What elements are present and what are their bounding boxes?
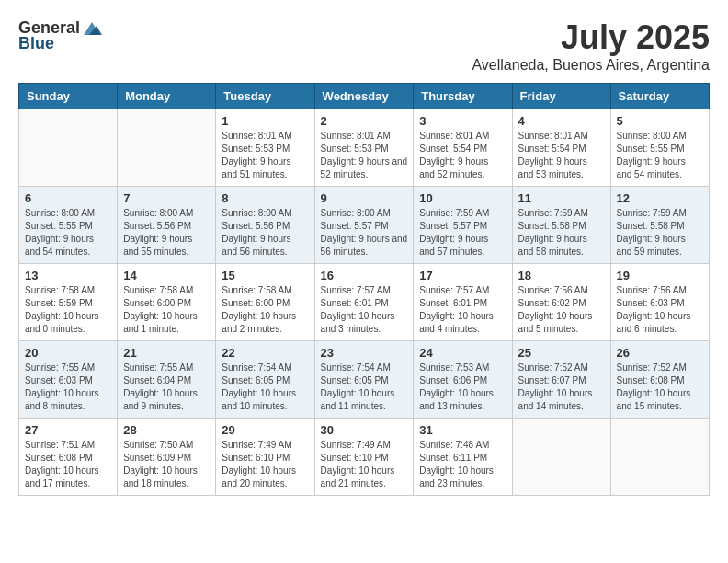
day-number: 24 — [419, 346, 506, 360]
day-number: 3 — [419, 114, 506, 128]
day-info: Sunrise: 7:54 AMSunset: 6:05 PMDaylight:… — [321, 362, 408, 413]
day-info: Sunrise: 7:48 AMSunset: 6:11 PMDaylight:… — [419, 439, 506, 490]
calendar-cell: 4Sunrise: 8:01 AMSunset: 5:54 PMDaylight… — [512, 109, 610, 187]
day-number: 14 — [123, 269, 210, 282]
day-number: 28 — [123, 423, 210, 437]
calendar-cell: 22Sunrise: 7:54 AMSunset: 6:05 PMDayligh… — [216, 341, 314, 419]
calendar-cell: 25Sunrise: 7:52 AMSunset: 6:07 PMDayligh… — [512, 341, 610, 419]
weekday-header-monday: Monday — [118, 84, 216, 109]
day-info: Sunrise: 7:58 AMSunset: 6:00 PMDaylight:… — [222, 284, 308, 336]
page-header: General Blue July 2025 Avellaneda, Bueno… — [18, 18, 710, 74]
logo: General Blue — [18, 18, 102, 53]
logo-blue-text: Blue — [18, 34, 54, 53]
day-number: 18 — [518, 269, 605, 282]
calendar-cell: 13Sunrise: 7:58 AMSunset: 5:59 PMDayligh… — [19, 264, 118, 341]
day-number: 25 — [518, 346, 605, 360]
day-info: Sunrise: 7:52 AMSunset: 6:08 PMDaylight:… — [617, 362, 703, 413]
day-info: Sunrise: 8:00 AMSunset: 5:56 PMDaylight:… — [222, 207, 308, 259]
day-number: 11 — [518, 191, 605, 205]
calendar-cell: 31Sunrise: 7:48 AMSunset: 6:11 PMDayligh… — [414, 419, 512, 496]
day-number: 21 — [123, 346, 210, 360]
calendar-cell: 20Sunrise: 7:55 AMSunset: 6:03 PMDayligh… — [19, 341, 118, 419]
month-title: July 2025 — [472, 18, 710, 57]
day-info: Sunrise: 7:53 AMSunset: 6:06 PMDaylight:… — [419, 362, 506, 413]
calendar-cell — [118, 109, 216, 187]
day-info: Sunrise: 7:58 AMSunset: 5:59 PMDaylight:… — [25, 284, 111, 336]
day-info: Sunrise: 7:55 AMSunset: 6:04 PMDaylight:… — [123, 362, 210, 413]
day-info: Sunrise: 7:59 AMSunset: 5:58 PMDaylight:… — [518, 207, 605, 259]
calendar-cell: 14Sunrise: 7:58 AMSunset: 6:00 PMDayligh… — [118, 264, 216, 341]
day-info: Sunrise: 7:56 AMSunset: 6:03 PMDaylight:… — [617, 284, 703, 336]
calendar-cell: 8Sunrise: 8:00 AMSunset: 5:56 PMDaylight… — [216, 187, 314, 264]
calendar-cell: 2Sunrise: 8:01 AMSunset: 5:53 PMDaylight… — [314, 109, 414, 187]
calendar-cell: 9Sunrise: 8:00 AMSunset: 5:57 PMDaylight… — [314, 187, 414, 264]
day-number: 22 — [222, 346, 308, 360]
calendar-cell: 19Sunrise: 7:56 AMSunset: 6:03 PMDayligh… — [610, 264, 709, 341]
calendar-cell: 1Sunrise: 8:01 AMSunset: 5:53 PMDaylight… — [216, 109, 314, 187]
day-info: Sunrise: 7:57 AMSunset: 6:01 PMDaylight:… — [321, 284, 408, 336]
day-number: 30 — [321, 423, 408, 437]
calendar-week-row: 20Sunrise: 7:55 AMSunset: 6:03 PMDayligh… — [19, 341, 710, 419]
calendar-week-row: 13Sunrise: 7:58 AMSunset: 5:59 PMDayligh… — [19, 264, 710, 341]
calendar-week-row: 6Sunrise: 8:00 AMSunset: 5:55 PMDaylight… — [19, 187, 710, 264]
calendar-cell: 24Sunrise: 7:53 AMSunset: 6:06 PMDayligh… — [414, 341, 512, 419]
day-info: Sunrise: 8:01 AMSunset: 5:53 PMDaylight:… — [222, 130, 308, 181]
calendar-cell: 21Sunrise: 7:55 AMSunset: 6:04 PMDayligh… — [118, 341, 216, 419]
calendar-cell: 27Sunrise: 7:51 AMSunset: 6:08 PMDayligh… — [19, 419, 118, 496]
day-number: 15 — [222, 269, 308, 282]
day-info: Sunrise: 8:01 AMSunset: 5:54 PMDaylight:… — [419, 130, 506, 181]
calendar-cell — [19, 109, 118, 187]
day-number: 4 — [518, 114, 605, 128]
day-info: Sunrise: 8:00 AMSunset: 5:55 PMDaylight:… — [617, 130, 703, 181]
logo-icon — [82, 20, 102, 37]
weekday-header-wednesday: Wednesday — [314, 84, 414, 109]
calendar-cell: 28Sunrise: 7:50 AMSunset: 6:09 PMDayligh… — [118, 419, 216, 496]
day-number: 6 — [25, 191, 111, 205]
day-info: Sunrise: 7:51 AMSunset: 6:08 PMDaylight:… — [25, 439, 111, 490]
calendar-week-row: 27Sunrise: 7:51 AMSunset: 6:08 PMDayligh… — [19, 419, 710, 496]
day-number: 13 — [25, 269, 111, 282]
calendar-cell — [512, 419, 610, 496]
weekday-header-saturday: Saturday — [610, 84, 709, 109]
title-section: July 2025 Avellaneda, Buenos Aires, Arge… — [472, 18, 710, 74]
day-number: 19 — [617, 269, 703, 282]
calendar-cell: 3Sunrise: 8:01 AMSunset: 5:54 PMDaylight… — [414, 109, 512, 187]
weekday-header-friday: Friday — [512, 84, 610, 109]
calendar-cell: 30Sunrise: 7:49 AMSunset: 6:10 PMDayligh… — [314, 419, 414, 496]
calendar-cell: 18Sunrise: 7:56 AMSunset: 6:02 PMDayligh… — [512, 264, 610, 341]
calendar-cell: 6Sunrise: 8:00 AMSunset: 5:55 PMDaylight… — [19, 187, 118, 264]
calendar-cell: 26Sunrise: 7:52 AMSunset: 6:08 PMDayligh… — [610, 341, 709, 419]
day-number: 9 — [321, 191, 408, 205]
calendar-week-row: 1Sunrise: 8:01 AMSunset: 5:53 PMDaylight… — [19, 109, 710, 187]
day-number: 16 — [321, 269, 408, 282]
day-info: Sunrise: 7:52 AMSunset: 6:07 PMDaylight:… — [518, 362, 605, 413]
day-info: Sunrise: 7:58 AMSunset: 6:00 PMDaylight:… — [123, 284, 210, 336]
day-number: 20 — [25, 346, 111, 360]
weekday-header-thursday: Thursday — [414, 84, 512, 109]
day-info: Sunrise: 8:01 AMSunset: 5:54 PMDaylight:… — [518, 130, 605, 181]
day-info: Sunrise: 7:57 AMSunset: 6:01 PMDaylight:… — [419, 284, 506, 336]
day-number: 17 — [419, 269, 506, 282]
weekday-header-row: SundayMondayTuesdayWednesdayThursdayFrid… — [19, 84, 710, 109]
day-number: 5 — [617, 114, 703, 128]
day-info: Sunrise: 8:00 AMSunset: 5:57 PMDaylight:… — [321, 207, 408, 259]
day-number: 12 — [617, 191, 703, 205]
day-number: 2 — [321, 114, 408, 128]
calendar-cell: 16Sunrise: 7:57 AMSunset: 6:01 PMDayligh… — [314, 264, 414, 341]
day-number: 8 — [222, 191, 308, 205]
calendar-cell: 17Sunrise: 7:57 AMSunset: 6:01 PMDayligh… — [414, 264, 512, 341]
calendar-cell: 23Sunrise: 7:54 AMSunset: 6:05 PMDayligh… — [314, 341, 414, 419]
calendar-cell: 11Sunrise: 7:59 AMSunset: 5:58 PMDayligh… — [512, 187, 610, 264]
weekday-header-tuesday: Tuesday — [216, 84, 314, 109]
day-info: Sunrise: 7:56 AMSunset: 6:02 PMDaylight:… — [518, 284, 605, 336]
calendar-cell: 29Sunrise: 7:49 AMSunset: 6:10 PMDayligh… — [216, 419, 314, 496]
day-info: Sunrise: 7:59 AMSunset: 5:58 PMDaylight:… — [617, 207, 703, 259]
day-info: Sunrise: 7:49 AMSunset: 6:10 PMDaylight:… — [222, 439, 308, 490]
calendar-cell — [610, 419, 709, 496]
day-info: Sunrise: 7:49 AMSunset: 6:10 PMDaylight:… — [321, 439, 408, 490]
location-title: Avellaneda, Buenos Aires, Argentina — [472, 57, 710, 74]
day-number: 10 — [419, 191, 506, 205]
calendar-table: SundayMondayTuesdayWednesdayThursdayFrid… — [18, 83, 710, 496]
day-number: 1 — [222, 114, 308, 128]
calendar-cell: 15Sunrise: 7:58 AMSunset: 6:00 PMDayligh… — [216, 264, 314, 341]
